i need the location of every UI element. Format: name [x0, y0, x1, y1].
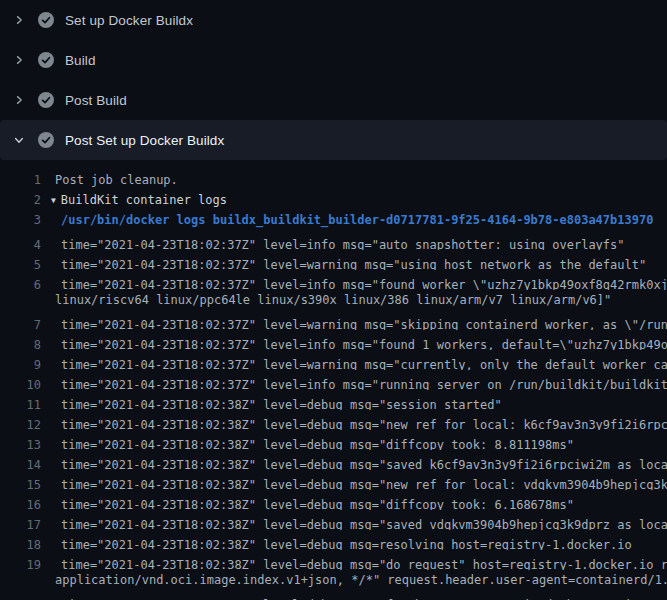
line-number[interactable]: 6 [0, 278, 41, 290]
line-number[interactable]: 10 [0, 378, 41, 390]
log-text: time="2021-04-23T18:02:38Z" level=debug … [61, 418, 667, 430]
group-collapse-icon[interactable]: ▼ [51, 195, 56, 204]
line-number[interactable]: 3 [0, 213, 41, 227]
log-text: time="2021-04-23T18:02:37Z" level=info m… [61, 338, 667, 350]
log-text: time="2021-04-23T18:02:38Z" level=debug … [61, 398, 502, 410]
log-line: 10 time="2021-04-23T18:02:37Z" level=inf… [0, 370, 667, 390]
line-number[interactable]: 9 [0, 358, 41, 370]
check-circle-icon [38, 12, 54, 28]
step-row[interactable]: Post Set up Docker Buildx [0, 120, 667, 160]
line-number[interactable]: 7 [0, 318, 41, 330]
log-text: linux/riscv64 linux/ppc64le linux/s390x … [55, 293, 611, 307]
log-text: time="2021-04-23T18:02:38Z" level=debug … [61, 438, 574, 450]
line-number[interactable]: 17 [0, 518, 41, 530]
log-line: 20 time="2021-04-23T18:02:38Z" level=deb… [0, 590, 667, 600]
step-row[interactable]: Build [0, 40, 667, 80]
log-text: time="2021-04-23T18:02:37Z" level=info m… [61, 238, 625, 250]
log-text: time="2021-04-23T18:02:37Z" level=warnin… [61, 318, 667, 330]
line-number[interactable]: 12 [0, 418, 41, 430]
log-line: 15 time="2021-04-23T18:02:38Z" level=deb… [0, 470, 667, 490]
step-title: Post Build [65, 93, 127, 108]
line-number[interactable]: 15 [0, 478, 41, 490]
log-line-continuation: application/vnd.oci.image.index.v1+json,… [0, 570, 667, 590]
step-title: Set up Docker Buildx [65, 13, 193, 28]
log-line: 5 time="2021-04-23T18:02:37Z" level=warn… [0, 250, 667, 270]
log-text: application/vnd.oci.image.index.v1+json,… [55, 573, 667, 587]
log-text: time="2021-04-23T18:02:38Z" level=debug … [61, 458, 667, 470]
log-text: Post job cleanup. [55, 173, 178, 187]
line-number[interactable]: 5 [0, 258, 41, 270]
log-line: 16 time="2021-04-23T18:02:38Z" level=deb… [0, 490, 667, 510]
log-line: 13 time="2021-04-23T18:02:38Z" level=deb… [0, 430, 667, 450]
line-number[interactable]: 11 [0, 398, 41, 410]
log-text: /usr/bin/docker logs buildx_buildkit_bui… [61, 213, 653, 227]
line-number[interactable]: 16 [0, 498, 41, 510]
log-line: 14 time="2021-04-23T18:02:38Z" level=deb… [0, 450, 667, 470]
log-line: 12 time="2021-04-23T18:02:38Z" level=deb… [0, 410, 667, 430]
log-text: time="2021-04-23T18:02:38Z" level=debug … [61, 498, 574, 510]
check-circle-icon [38, 132, 54, 148]
line-number[interactable]: 8 [0, 338, 41, 350]
chevron-right-icon[interactable] [11, 12, 27, 28]
log-line: 7 time="2021-04-23T18:02:37Z" level=warn… [0, 310, 667, 330]
line-number[interactable]: 1 [0, 173, 41, 187]
log-line: 4 time="2021-04-23T18:02:37Z" level=info… [0, 230, 667, 250]
log-text: time="2021-04-23T18:02:37Z" level=warnin… [61, 258, 646, 270]
step-row[interactable]: Set up Docker Buildx [0, 0, 667, 40]
log-text[interactable]: BuildKit container logs [61, 193, 227, 207]
chevron-down-icon[interactable] [11, 132, 27, 148]
log-group-header: 2 ▼ BuildKit container logs [0, 190, 667, 210]
log-text: time="2021-04-23T18:02:37Z" level=warnin… [61, 358, 667, 370]
actions-log-viewer: Set up Docker Buildx Build P [0, 0, 667, 600]
log-text: time="2021-04-23T18:02:37Z" level=info m… [61, 378, 667, 390]
log-line: 11 time="2021-04-23T18:02:38Z" level=deb… [0, 390, 667, 410]
check-circle-icon [38, 92, 54, 108]
line-number[interactable]: 13 [0, 438, 41, 450]
log-line: 8 time="2021-04-23T18:02:37Z" level=info… [0, 330, 667, 350]
log-text: time="2021-04-23T18:02:38Z" level=debug … [61, 558, 667, 570]
step-row[interactable]: Post Build [0, 80, 667, 120]
line-number[interactable]: 19 [0, 558, 41, 570]
chevron-right-icon[interactable] [11, 52, 27, 68]
log-line: 6 time="2021-04-23T18:02:37Z" level=info… [0, 270, 667, 290]
step-title: Build [65, 53, 96, 68]
log-line: 1 Post job cleanup. [0, 170, 667, 190]
log-pane: 1 Post job cleanup. 2 ▼ BuildKit contain… [0, 160, 667, 600]
log-text: time="2021-04-23T18:02:38Z" level=debug … [61, 518, 667, 530]
check-circle-icon [38, 52, 54, 68]
line-number[interactable]: 14 [0, 458, 41, 470]
steps-list: Set up Docker Buildx Build P [0, 0, 667, 160]
line-number[interactable]: 4 [0, 238, 41, 250]
log-command-line: 3 /usr/bin/docker logs buildx_buildkit_b… [0, 210, 667, 230]
line-number[interactable]: 2 [0, 193, 41, 207]
log-line: 17 time="2021-04-23T18:02:38Z" level=deb… [0, 510, 667, 530]
log-text: time="2021-04-23T18:02:38Z" level=debug … [61, 538, 632, 550]
log-text: time="2021-04-23T18:02:37Z" level=info m… [61, 278, 667, 290]
step-title: Post Set up Docker Buildx [65, 133, 224, 148]
chevron-right-icon[interactable] [11, 92, 27, 108]
log-line: 9 time="2021-04-23T18:02:37Z" level=warn… [0, 350, 667, 370]
log-line-continuation: linux/riscv64 linux/ppc64le linux/s390x … [0, 290, 667, 310]
log-line: 19 time="2021-04-23T18:02:38Z" level=deb… [0, 550, 667, 570]
log-line: 18 time="2021-04-23T18:02:38Z" level=deb… [0, 530, 667, 550]
line-number[interactable]: 18 [0, 538, 41, 550]
log-text: time="2021-04-23T18:02:38Z" level=debug … [61, 478, 667, 490]
